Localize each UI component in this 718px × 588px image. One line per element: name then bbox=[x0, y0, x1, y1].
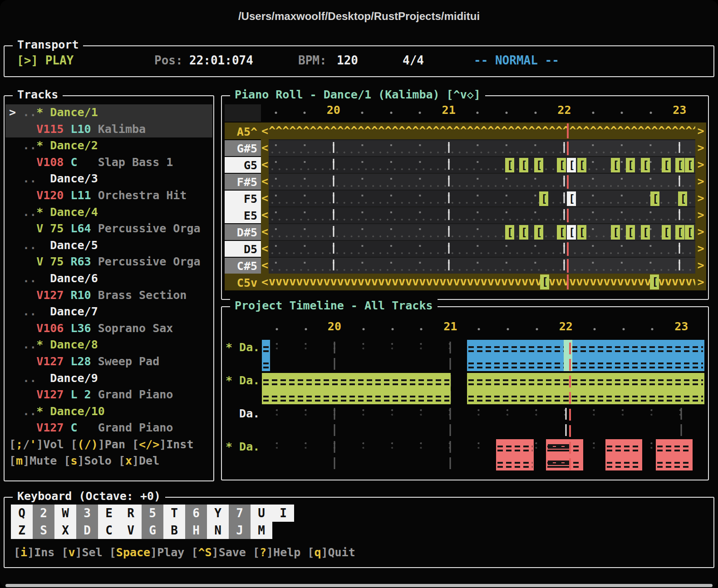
note[interactable]: [ bbox=[641, 158, 650, 172]
track-item-dance-6[interactable]: .. Dance/6 V127 R10 Brass Section bbox=[5, 270, 212, 304]
track-item-dance-4[interactable]: ..* Dance/4 V 75 L64 Percussive Orga bbox=[5, 204, 212, 237]
key-X[interactable]: X bbox=[54, 522, 76, 539]
key-N[interactable]: N bbox=[207, 522, 229, 539]
track-item-dance-7[interactable]: .. Dance/7 V106 L36 Soprano Sax bbox=[5, 304, 212, 337]
note[interactable]: [ bbox=[611, 158, 620, 172]
scroll-right-arrow[interactable]: > bbox=[695, 257, 706, 274]
note[interactable]: [ bbox=[577, 225, 586, 240]
key-6[interactable]: 6 bbox=[185, 505, 207, 522]
clip-block[interactable] bbox=[262, 340, 270, 371]
track-item-dance-5[interactable]: .. Dance/5 V 75 R63 Percussive Orga bbox=[5, 237, 212, 270]
timeline-track-lane[interactable] bbox=[262, 405, 704, 438]
clip-block[interactable] bbox=[546, 439, 583, 470]
note-lane[interactable]: [[[[[[[[[[[[ bbox=[269, 223, 695, 240]
scroll-right-arrow[interactable]: > bbox=[695, 190, 706, 206]
note-lane[interactable] bbox=[269, 139, 695, 156]
note[interactable]: [ bbox=[626, 225, 635, 240]
key-5[interactable]: 5 bbox=[142, 505, 163, 522]
timeline-track-lane[interactable] bbox=[262, 372, 704, 405]
scroll-left-arrow[interactable]: < bbox=[261, 274, 269, 290]
key-W[interactable]: W bbox=[54, 505, 76, 522]
key-Y[interactable]: Y bbox=[207, 505, 229, 522]
scroll-right-arrow[interactable]: > bbox=[695, 274, 706, 290]
scroll-left-arrow[interactable]: < bbox=[261, 173, 269, 190]
key-H[interactable]: H bbox=[185, 522, 207, 539]
scroll-left-arrow[interactable]: < bbox=[261, 206, 269, 223]
key-G[interactable]: G bbox=[142, 522, 163, 539]
note[interactable]: [ bbox=[534, 158, 543, 172]
note[interactable]: [ bbox=[534, 225, 543, 240]
note[interactable]: [ bbox=[685, 225, 694, 240]
scroll-left-arrow[interactable]: < bbox=[261, 156, 269, 173]
track-item-dance-2[interactable]: ..* Dance/2 V108 C Slap Bass 1 bbox=[5, 137, 212, 171]
key-T[interactable]: T bbox=[163, 505, 185, 522]
clip-block[interactable] bbox=[467, 373, 704, 404]
note[interactable]: [ bbox=[557, 158, 566, 172]
note[interactable]: [ bbox=[611, 225, 620, 240]
bpm-value[interactable]: 120 bbox=[337, 54, 358, 67]
clip-block[interactable] bbox=[496, 439, 534, 470]
scroll-right-arrow[interactable]: > bbox=[695, 122, 706, 139]
scroll-right-arrow[interactable]: > bbox=[695, 139, 706, 156]
key-Z[interactable]: Z bbox=[11, 522, 33, 539]
note[interactable]: [ bbox=[577, 158, 586, 172]
track-item-dance-8[interactable]: ..* Dance/8 V127 L28 Sweep Pad bbox=[5, 337, 212, 370]
scroll-left-arrow[interactable]: < bbox=[261, 257, 269, 274]
track-item-dance-3[interactable]: .. Dance/3 V120 L11 Orchestra Hit bbox=[5, 171, 212, 204]
note[interactable]: [ bbox=[519, 225, 528, 240]
key-R[interactable]: R bbox=[120, 505, 142, 522]
note-lane[interactable]: [[[[[[[[[[[[ bbox=[269, 156, 695, 173]
note[interactable]: [ bbox=[675, 225, 684, 240]
scroll-left-arrow[interactable]: < bbox=[261, 139, 269, 156]
note-lane[interactable] bbox=[269, 257, 695, 274]
scroll-left-arrow[interactable]: < bbox=[261, 223, 269, 240]
scroll-right-arrow[interactable]: > bbox=[695, 206, 706, 223]
note[interactable]: [ bbox=[678, 191, 687, 206]
track-item-dance-9[interactable]: .. Dance/9 V127 L 2 Grand Piano bbox=[5, 370, 212, 403]
note-lane[interactable] bbox=[269, 240, 695, 257]
key-Q[interactable]: Q bbox=[11, 505, 33, 522]
key-2[interactable]: 2 bbox=[33, 505, 54, 522]
key-S[interactable]: S bbox=[33, 522, 54, 539]
note[interactable]: [ bbox=[567, 225, 576, 240]
timeline-track-lane[interactable] bbox=[262, 339, 704, 372]
note[interactable]: [ bbox=[557, 225, 566, 240]
scroll-left-arrow[interactable]: < bbox=[261, 190, 269, 206]
key-E[interactable]: E bbox=[98, 505, 120, 522]
track-item-dance-10[interactable]: ..* Dance/10 V127 C Grand Piano bbox=[5, 403, 212, 436]
clip-block[interactable] bbox=[262, 373, 451, 404]
note[interactable]: [ bbox=[650, 274, 659, 289]
note[interactable]: [ bbox=[626, 158, 635, 172]
scroll-right-arrow[interactable]: > bbox=[695, 173, 706, 190]
note[interactable]: [ bbox=[567, 191, 576, 206]
note[interactable]: [ bbox=[539, 191, 548, 206]
key-B[interactable]: B bbox=[163, 522, 185, 539]
track-item-dance-1[interactable]: > ..* Dance/1 V115 L10 Kalimba bbox=[5, 104, 212, 137]
note[interactable]: [ bbox=[505, 225, 514, 240]
scroll-left-arrow[interactable]: < bbox=[261, 240, 269, 257]
overflow-band-up[interactable]: ^^^^^^^^^^^^^^^^^^^^^^^^^^^^^^^^^^^^^^^^… bbox=[269, 122, 695, 139]
clip-block[interactable] bbox=[605, 439, 642, 470]
key-I[interactable]: I bbox=[272, 505, 294, 522]
note[interactable]: [ bbox=[567, 158, 576, 172]
key-C[interactable]: C bbox=[98, 522, 120, 539]
timeline-track-lane[interactable] bbox=[262, 438, 704, 471]
note[interactable]: [ bbox=[650, 191, 659, 206]
key-D[interactable]: D bbox=[76, 522, 98, 539]
note-lane[interactable]: [[[[ bbox=[269, 190, 695, 206]
key-3[interactable]: 3 bbox=[76, 505, 98, 522]
clip-block[interactable] bbox=[467, 340, 704, 371]
clip-block[interactable] bbox=[656, 439, 693, 470]
note[interactable]: [ bbox=[675, 158, 684, 172]
note[interactable]: [ bbox=[519, 158, 528, 172]
note[interactable]: [ bbox=[641, 225, 650, 240]
note[interactable]: [ bbox=[505, 158, 514, 172]
key-M[interactable]: M bbox=[251, 522, 272, 539]
key-7[interactable]: 7 bbox=[229, 505, 251, 522]
note[interactable]: [ bbox=[662, 158, 671, 172]
note-lane[interactable] bbox=[269, 206, 695, 223]
overflow-band-down[interactable]: vvvvvvvvvvvvvvvvvvvvvvvvvvvvvvvvvvvvvvvv… bbox=[269, 274, 695, 290]
key-U[interactable]: U bbox=[251, 505, 272, 522]
play-button[interactable]: [>] PLAY bbox=[17, 54, 74, 67]
scroll-left-arrow[interactable]: < bbox=[261, 122, 269, 139]
